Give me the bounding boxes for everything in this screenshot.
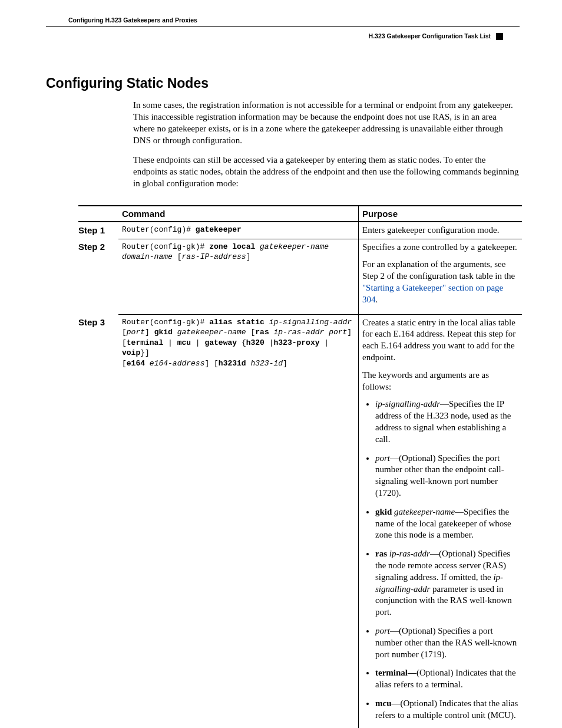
table-row: Step 1 Router(config)# gatekeeper Enters… [78,222,522,239]
purpose-cell: Specifies a zone controlled by a gatekee… [359,239,523,314]
purpose-cell: Enters gatekeeper configuration mode. [359,222,523,239]
list-item: mcu—(Optional) Indicates that the alias … [375,698,518,722]
body-text: In some cases, the registration informat… [133,100,520,190]
list-item: port—(Optional) Specifies a port number … [375,625,518,660]
section-heading: Configuring Static Nodes [46,75,520,91]
command-cell: Router(config)# gatekeeper [118,222,359,239]
table-header-purpose: Purpose [359,206,523,222]
step-label: Step 2 [78,239,118,314]
running-header-left: Configuring H.323 Gatekeepers and Proxie… [68,17,520,26]
paragraph-1: In some cases, the registration informat… [133,100,520,146]
keyword-list: ip-signalling-addr—Specifies the IP addr… [362,398,518,728]
list-item: port—(Optional) Specifies the port numbe… [375,453,518,499]
list-item: gkid gatekeeper-name—Specifies the name … [375,506,518,541]
list-item: ip-signalling-addr—Specifies the IP addr… [375,398,518,445]
purpose-cell: Creates a static entry in the local alia… [359,314,523,728]
list-item: ras ip-ras-addr—(Optional) Specifies the… [375,548,518,618]
command-table: Command Purpose Step 1 Router(config)# g… [78,205,522,728]
header-black-square-icon [496,33,503,40]
command-cell: Router(config-gk)# zone local gatekeeper… [118,239,359,314]
list-item: terminal—(Optional) Indicates that the a… [375,667,518,691]
running-header-right-text: H.323 Gatekeeper Configuration Task List [369,32,491,39]
paragraph-2: These endpoints can still be accessed vi… [133,154,520,189]
command-cell: Router(config-gk)# alias static ip-signa… [118,314,359,728]
cross-ref-link[interactable]: "Starting a Gatekeeper" section on page … [362,283,503,304]
running-header-right: H.323 Gatekeeper Configuration Task List [46,32,520,40]
table-header-row: Command Purpose [78,206,522,222]
step-label: Step 3 [78,314,118,728]
step-label: Step 1 [78,222,118,239]
table-row: Step 3 Router(config-gk)# alias static i… [78,314,522,728]
table-header-command: Command [118,206,359,222]
header-rule [46,26,520,27]
table-row: Step 2 Router(config-gk)# zone local gat… [78,239,522,314]
